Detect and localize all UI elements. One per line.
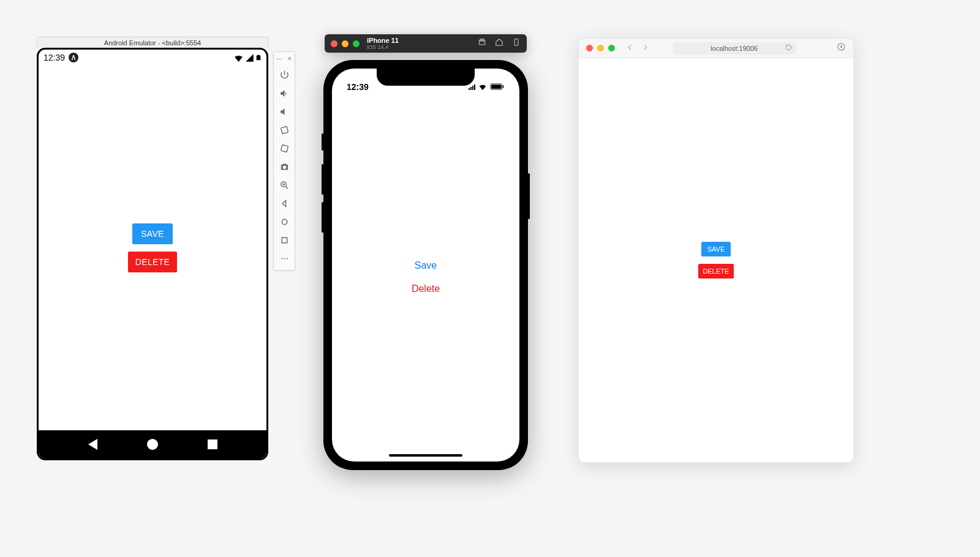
android-screen: 12:39 Λ SAVE DELETE: [39, 50, 266, 458]
nav-back-icon[interactable]: [88, 439, 97, 450]
svg-rect-0: [281, 126, 288, 133]
close-icon[interactable]: ✕: [287, 56, 292, 62]
ios-simulator-titlebar: iPhone 11 iOS 14.4: [325, 34, 527, 53]
url-bar[interactable]: localhost:19006: [673, 42, 796, 54]
cellular-icon: [245, 53, 254, 62]
back-icon[interactable]: [274, 194, 295, 212]
android-emulator: Android Emulator - <build>:5554 12:39 Λ …: [37, 37, 268, 460]
svg-rect-10: [514, 39, 518, 46]
svg-point-6: [284, 258, 285, 259]
camera-icon[interactable]: [274, 157, 295, 176]
reload-icon[interactable]: [785, 44, 792, 52]
screenshot-icon[interactable]: [478, 38, 486, 49]
svg-point-7: [286, 258, 287, 259]
wifi-icon: [233, 53, 244, 63]
svg-rect-1: [281, 144, 288, 152]
window-minimize-icon[interactable]: [597, 45, 604, 51]
save-button[interactable]: Save: [415, 260, 437, 271]
ios-window-title: iPhone 11 iOS 14.4: [367, 37, 399, 50]
notch: [377, 69, 475, 86]
android-clock: 12:39: [43, 53, 65, 62]
svg-rect-12: [491, 84, 501, 89]
android-nav-bar: [39, 430, 266, 458]
web-app-content: SAVE DELETE: [579, 58, 853, 462]
window-minimize-icon[interactable]: [342, 40, 349, 47]
svg-rect-13: [503, 85, 504, 88]
volume-down-button: [322, 202, 323, 233]
zoom-icon[interactable]: [274, 176, 295, 194]
traffic-lights: [586, 45, 615, 51]
android-emulator-toolbar: — ✕: [273, 51, 295, 271]
overview-icon[interactable]: [274, 231, 295, 249]
home-icon[interactable]: [495, 38, 503, 49]
volume-up-icon[interactable]: [274, 84, 295, 102]
svg-rect-4: [282, 237, 287, 243]
mute-switch: [322, 133, 323, 151]
minimize-icon[interactable]: —: [277, 56, 282, 62]
window-zoom-icon[interactable]: [608, 45, 615, 51]
rotate-left-icon[interactable]: [274, 121, 295, 139]
iphone-device-frame: 12:39 Save Delete: [323, 60, 528, 470]
external-icon[interactable]: [512, 38, 521, 49]
volume-down-icon[interactable]: [274, 102, 295, 121]
traffic-lights: [331, 40, 360, 47]
safari-toolbar: localhost:19006: [579, 39, 853, 58]
android-status-bar: 12:39 Λ: [39, 50, 266, 65]
home-indicator[interactable]: [389, 454, 462, 457]
window-close-icon[interactable]: [586, 45, 593, 51]
delete-button[interactable]: DELETE: [128, 252, 177, 272]
more-icon[interactable]: [274, 249, 295, 267]
battery-icon: [255, 53, 262, 62]
rotate-right-icon[interactable]: [274, 139, 295, 157]
expo-logo-icon: Λ: [69, 53, 78, 62]
android-window-title: Android Emulator - <build>:5554: [37, 37, 268, 48]
os-version: iOS 14.4: [367, 45, 399, 50]
delete-button[interactable]: Delete: [412, 283, 440, 294]
cellular-icon: [469, 84, 475, 90]
save-button[interactable]: SAVE: [132, 223, 173, 244]
nav-home-icon[interactable]: [147, 439, 158, 450]
home-icon[interactable]: [274, 212, 295, 231]
android-device-frame: 12:39 Λ SAVE DELETE: [37, 48, 268, 460]
svg-point-5: [281, 258, 282, 259]
nav-forward-icon[interactable]: [641, 43, 649, 54]
battery-icon: [490, 83, 505, 91]
volume-up-button: [322, 164, 323, 195]
wifi-icon: [478, 82, 488, 92]
android-app-content: SAVE DELETE: [39, 65, 266, 430]
ios-app-content: Save Delete: [332, 93, 519, 462]
save-button[interactable]: SAVE: [701, 242, 731, 256]
svg-point-3: [282, 219, 287, 225]
delete-button[interactable]: DELETE: [698, 264, 734, 278]
window-zoom-icon[interactable]: [353, 40, 360, 47]
nav-overview-icon[interactable]: [208, 439, 217, 449]
iphone-screen: 12:39 Save Delete: [332, 69, 519, 462]
safari-window: localhost:19006 SAVE DELETE: [578, 38, 854, 463]
downloads-icon[interactable]: [837, 42, 846, 54]
power-icon[interactable]: [274, 65, 295, 84]
url-text: localhost:19006: [710, 45, 758, 52]
side-button: [528, 173, 530, 219]
window-close-icon[interactable]: [331, 40, 337, 47]
nav-back-icon[interactable]: [626, 43, 634, 54]
ios-clock: 12:39: [347, 82, 369, 92]
device-name: iPhone 11: [367, 37, 399, 44]
